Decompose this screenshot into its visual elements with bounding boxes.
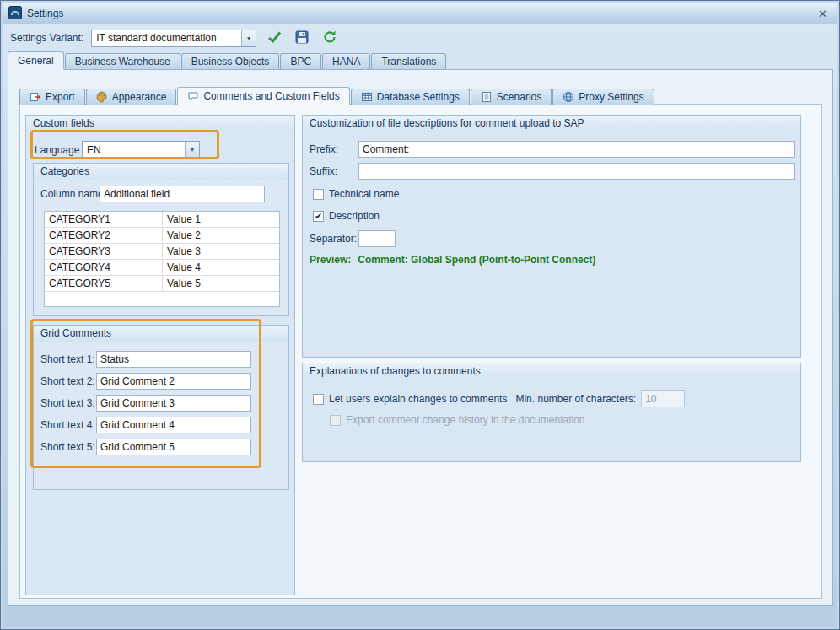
column-name-label: Column name:	[40, 188, 100, 200]
category-row[interactable]: CATEGORY2 Value 2	[45, 228, 279, 244]
save-button[interactable]	[292, 28, 312, 48]
sap-upload-title: Customization of file descriptions for c…	[303, 116, 800, 132]
export-history-checkbox	[330, 415, 341, 426]
subtab-database-settings[interactable]: Database Settings	[351, 89, 470, 105]
tab-bpc[interactable]: BPC	[280, 53, 321, 69]
tab-general[interactable]: General	[8, 51, 64, 70]
category-row[interactable]: CATEGORY1 Value 1	[45, 212, 279, 228]
short-text-2-label: Short text 2:	[40, 375, 96, 387]
refresh-icon	[323, 30, 337, 46]
subtab-scenarios[interactable]: Scenarios	[471, 89, 552, 105]
categories-title: Categories	[34, 164, 288, 180]
main-tab-strip: General Business Warehouse Business Obje…	[8, 51, 447, 69]
let-users-explain-checkbox[interactable]	[313, 394, 324, 405]
technical-name-checkbox[interactable]	[313, 189, 324, 200]
category-row[interactable]: CATEGORY3 Value 3	[45, 244, 279, 260]
language-row: Language EN ▼	[35, 141, 200, 159]
short-text-5-row: Short text 5:	[40, 439, 251, 455]
min-chars-label: Min. number of characters:	[515, 393, 636, 405]
settings-window: Settings ✕ Settings Variant: IT standard…	[0, 0, 840, 630]
subtab-export[interactable]: Export	[19, 89, 85, 105]
category-value-cell: Value 2	[163, 228, 279, 243]
description-label: Description	[329, 210, 380, 222]
let-users-explain-label: Let users explain changes to comments	[329, 393, 507, 405]
check-icon	[267, 30, 282, 46]
short-text-4-row: Short text 4:	[40, 417, 251, 433]
comments-icon	[187, 90, 199, 102]
sub-tab-strip: Export Appearance Comments and Custom Fi…	[19, 85, 655, 105]
prefix-row: Prefix:	[310, 141, 795, 158]
settings-variant-combo[interactable]: IT standard documentation ▼	[91, 30, 256, 47]
settings-variant-label: Settings Variant:	[10, 32, 83, 44]
chevron-down-icon[interactable]: ▼	[241, 30, 256, 46]
language-combo[interactable]: EN ▼	[82, 141, 200, 159]
custom-fields-group: Custom fields Language EN ▼ Categories C…	[25, 115, 295, 595]
language-label: Language	[35, 144, 82, 156]
preview-text: Comment: Global Spend (Point-to-Point Co…	[358, 254, 595, 266]
category-key-cell: CATEGORY3	[45, 244, 163, 259]
suffix-row: Suffix:	[310, 163, 795, 180]
subtab-comments-and-custom-fields[interactable]: Comments and Custom Fields	[177, 87, 349, 105]
suffix-label: Suffix:	[310, 165, 358, 177]
short-text-5-input[interactable]	[96, 439, 251, 455]
category-row[interactable]: CATEGORY4 Value 4	[45, 260, 279, 276]
category-value-cell: Value 4	[163, 260, 279, 275]
toolbar: Settings Variant: IT standard documentat…	[3, 24, 837, 51]
close-button[interactable]: ✕	[814, 8, 832, 20]
short-text-2-input[interactable]	[96, 373, 251, 390]
separator-input[interactable]	[358, 230, 396, 247]
category-key-cell: CATEGORY2	[45, 228, 163, 243]
description-checkbox[interactable]: ✔	[313, 211, 324, 222]
min-chars-input	[641, 390, 685, 407]
apply-button[interactable]	[264, 28, 284, 48]
column-name-row: Column name:	[40, 186, 265, 202]
technical-name-label: Technical name	[329, 188, 399, 200]
tab-hana[interactable]: HANA	[322, 53, 370, 69]
grid-comments-title: Grid Comments	[34, 326, 288, 342]
custom-fields-title: Custom fields	[26, 116, 294, 132]
scenarios-icon	[481, 91, 493, 103]
categories-group: Categories Column name: CATEGORY1 Value …	[33, 163, 289, 316]
prefix-label: Prefix:	[310, 143, 358, 155]
short-text-2-row: Short text 2:	[40, 373, 251, 390]
preview-row: Preview: Comment: Global Spend (Point-to…	[310, 254, 595, 266]
category-row[interactable]: CATEGORY5 Value 5	[45, 276, 279, 292]
description-row: ✔ Description	[313, 210, 380, 222]
short-text-1-input[interactable]	[96, 351, 251, 368]
appearance-icon	[96, 91, 108, 103]
category-key-cell: CATEGORY1	[45, 212, 163, 227]
save-icon	[295, 30, 309, 46]
preview-label: Preview:	[310, 254, 351, 266]
prefix-input[interactable]	[358, 141, 795, 158]
short-text-3-input[interactable]	[96, 395, 251, 412]
categories-table[interactable]: CATEGORY1 Value 1 CATEGORY2 Value 2 CATE…	[44, 211, 280, 307]
app-icon	[8, 6, 22, 22]
short-text-4-label: Short text 4:	[40, 419, 96, 431]
category-key-cell: CATEGORY5	[45, 276, 163, 291]
tab-business-warehouse[interactable]: Business Warehouse	[65, 53, 180, 69]
separator-label: Separator:	[310, 233, 358, 245]
chevron-down-icon[interactable]: ▼	[185, 142, 199, 158]
settings-variant-value: IT standard documentation	[92, 32, 241, 44]
short-text-4-input[interactable]	[96, 417, 251, 433]
database-icon	[361, 91, 373, 103]
export-history-label: Export comment change history in the doc…	[346, 414, 585, 426]
subtab-proxy-settings[interactable]: Proxy Settings	[552, 89, 654, 105]
titlebar[interactable]: Settings ✕	[3, 3, 837, 24]
tab-translations[interactable]: Translations	[371, 53, 446, 69]
column-name-input[interactable]	[100, 186, 265, 202]
language-value: EN	[83, 144, 185, 156]
proxy-icon	[563, 91, 574, 103]
short-text-1-row: Short text 1:	[40, 351, 251, 368]
comments-and-custom-fields-page: Custom fields Language EN ▼ Categories C…	[19, 104, 822, 599]
explanations-group: Explanations of changes to comments Let …	[302, 363, 801, 462]
sap-upload-group: Customization of file descriptions for c…	[302, 115, 801, 358]
tab-business-objects[interactable]: Business Objects	[181, 53, 280, 69]
suffix-input[interactable]	[358, 163, 795, 180]
category-value-cell: Value 3	[163, 244, 279, 259]
subtab-appearance[interactable]: Appearance	[86, 89, 177, 105]
refresh-button[interactable]	[320, 28, 340, 48]
category-value-cell: Value 1	[163, 212, 279, 227]
short-text-1-label: Short text 1:	[40, 353, 96, 365]
category-value-cell: Value 5	[163, 276, 279, 291]
